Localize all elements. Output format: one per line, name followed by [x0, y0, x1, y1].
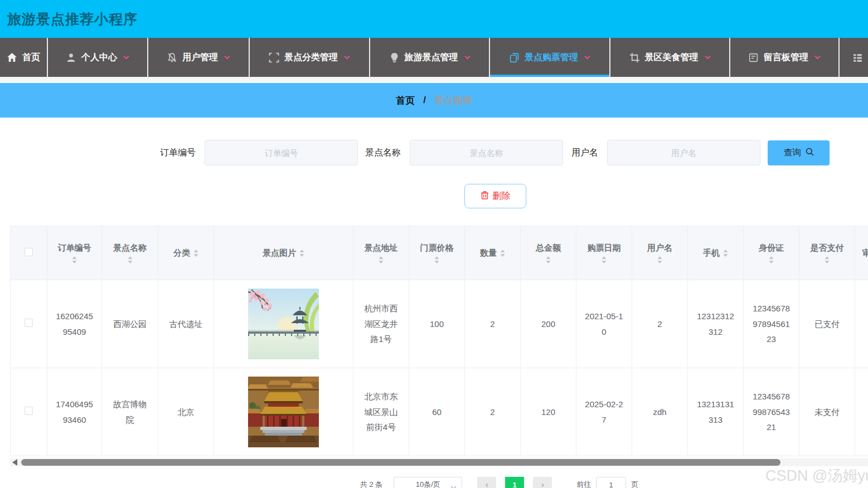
table-row: 1620624595409 西湖公园 古代遗址 — [11, 280, 868, 368]
crop-icon — [629, 52, 640, 63]
col-label: 分类 — [173, 248, 190, 258]
sort-caret-icon[interactable] — [128, 256, 133, 263]
sort-caret-icon[interactable] — [299, 250, 304, 257]
paid-cell: 已支付 — [799, 280, 855, 368]
category-cell: 北京 — [158, 368, 214, 456]
quantity-cell: 2 — [465, 368, 521, 456]
col-label: 是否支付 — [811, 243, 844, 253]
col-label: 手机 — [703, 248, 720, 258]
page-title: 旅游景点推荐小程序 — [7, 10, 138, 28]
next-page-button[interactable]: › — [533, 477, 552, 488]
col-label: 审核 — [862, 248, 868, 258]
sort-caret-icon[interactable] — [723, 250, 728, 257]
sort-caret-icon[interactable] — [379, 256, 384, 263]
search-button-label: 查询 — [784, 147, 802, 159]
sort-caret-icon[interactable] — [825, 256, 830, 263]
sort-caret-icon[interactable] — [193, 250, 198, 257]
paid-cell: 未支付 — [799, 368, 855, 456]
sort-caret-icon[interactable] — [769, 256, 774, 263]
breadcrumb-home[interactable]: 首页 — [396, 94, 415, 107]
col-address: 景点地址 — [353, 226, 409, 280]
col-image: 景点图片 — [214, 226, 353, 280]
nav-item-users[interactable]: 用户管理 — [148, 38, 250, 77]
horizontal-scrollbar — [10, 458, 868, 466]
row-select-cell — [11, 280, 47, 368]
spot-name-input[interactable] — [410, 140, 563, 165]
chevron-down-icon — [344, 55, 350, 60]
nav-label: 首页 — [22, 52, 40, 64]
scroll-left-arrow[interactable] — [12, 459, 17, 466]
chevron-down-icon — [814, 55, 821, 60]
order-no-input[interactable] — [205, 140, 358, 165]
username-input[interactable] — [607, 140, 760, 165]
nav-item-home[interactable]: 首页 — [0, 38, 48, 77]
chevron-down-icon — [450, 483, 457, 488]
table-row: 1740649593460 故宫博物院 北京 — [11, 368, 868, 456]
row-select-cell — [11, 368, 47, 456]
page-size-select[interactable]: 10条/页 — [394, 477, 462, 488]
current-page-button[interactable]: 1 — [505, 477, 524, 488]
chevron-down-icon — [464, 55, 471, 60]
sort-caret-icon[interactable] — [657, 256, 662, 263]
quantity-cell: 2 — [465, 280, 521, 368]
col-label: 数量 — [480, 248, 497, 258]
row-checkbox[interactable] — [25, 319, 33, 327]
sort-caret-icon[interactable] — [72, 256, 77, 263]
nav-item-spots[interactable]: 旅游景点管理 — [370, 38, 490, 77]
nav-item-tickets[interactable]: 景点购票管理 — [490, 38, 610, 77]
total-count: 共 2 条 — [360, 480, 382, 488]
price-cell: 60 — [409, 368, 465, 456]
col-label: 景点名称 — [113, 243, 147, 253]
col-label: 购票日期 — [588, 243, 621, 253]
col-label: 景点图片 — [263, 248, 296, 258]
orders-table: 订单编号 景点名称 分类 景点图片 景点地址 门票价格 数量 总金额 购票日期 … — [10, 226, 868, 456]
sort-caret-icon[interactable] — [546, 256, 551, 263]
table-header-row: 订单编号 景点名称 分类 景点图片 景点地址 门票价格 数量 总金额 购票日期 … — [11, 226, 868, 280]
select-all-header — [11, 226, 47, 280]
forbidden-city-photo — [248, 377, 319, 447]
home-icon — [7, 52, 17, 63]
total-cell: 200 — [521, 280, 576, 368]
user-icon — [66, 52, 76, 63]
col-category: 分类 — [158, 226, 214, 280]
username-label: 用户名 — [571, 147, 598, 159]
spot-name-label: 景点名称 — [365, 147, 401, 159]
search-button[interactable]: 查询 — [768, 140, 830, 165]
message-board-icon — [748, 52, 759, 63]
nav-item-profile[interactable]: 个人中心 — [48, 38, 148, 77]
nav-label: 留言板管理 — [764, 52, 808, 64]
spot-name-cell: 西湖公园 — [102, 280, 158, 368]
nav-item-partial[interactable] — [840, 38, 868, 77]
spot-name-cell: 故宫博物院 — [102, 368, 158, 456]
active-tab-underline — [490, 75, 609, 77]
row-checkbox[interactable] — [25, 407, 33, 415]
col-quantity: 数量 — [465, 226, 521, 280]
orders-table-wrap: 订单编号 景点名称 分类 景点图片 景点地址 门票价格 数量 总金额 购票日期 … — [10, 226, 868, 456]
nav-item-messages[interactable]: 留言板管理 — [730, 38, 840, 77]
sort-caret-icon[interactable] — [434, 256, 439, 263]
image-cell — [214, 368, 353, 456]
select-all-checkbox[interactable] — [25, 248, 33, 256]
col-label: 身份证 — [759, 243, 784, 253]
date-cell: 2025-02-27 — [576, 368, 632, 456]
breadcrumb-separator: / — [423, 95, 426, 106]
delete-button[interactable]: 删除 — [464, 184, 526, 208]
id-card-cell: 123456789987654321 — [744, 368, 799, 456]
nav-item-food[interactable]: 景区美食管理 — [610, 38, 730, 77]
nav-label: 个人中心 — [81, 52, 117, 64]
date-cell: 2021-05-10 — [576, 280, 632, 368]
main-nav: 首页 个人中心 用户管理 景点分类管理 旅游景点管理 景点购票管理 — [0, 38, 868, 77]
col-audit: 审核 — [855, 226, 868, 280]
goto-page-input[interactable] — [596, 477, 626, 488]
trash-icon — [481, 191, 489, 202]
pagination: 共 2 条 10条/页 ‹ 1 › 前往 页 — [65, 477, 868, 488]
sort-caret-icon[interactable] — [500, 250, 505, 257]
sort-caret-icon[interactable] — [602, 256, 607, 263]
prev-page-button[interactable]: ‹ — [477, 477, 496, 488]
nav-item-category[interactable]: 景点分类管理 — [250, 38, 370, 77]
scrollbar-thumb[interactable] — [21, 459, 780, 466]
delete-button-label: 删除 — [493, 191, 511, 202]
col-label: 景点地址 — [365, 243, 398, 253]
image-cell — [214, 280, 353, 368]
goto-unit: 页 — [631, 480, 638, 488]
